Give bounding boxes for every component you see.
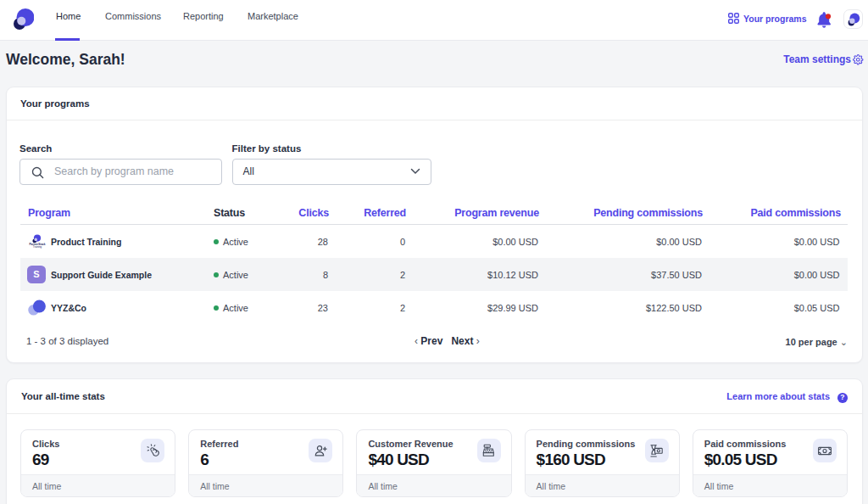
svg-text:Training: Training (33, 245, 42, 249)
